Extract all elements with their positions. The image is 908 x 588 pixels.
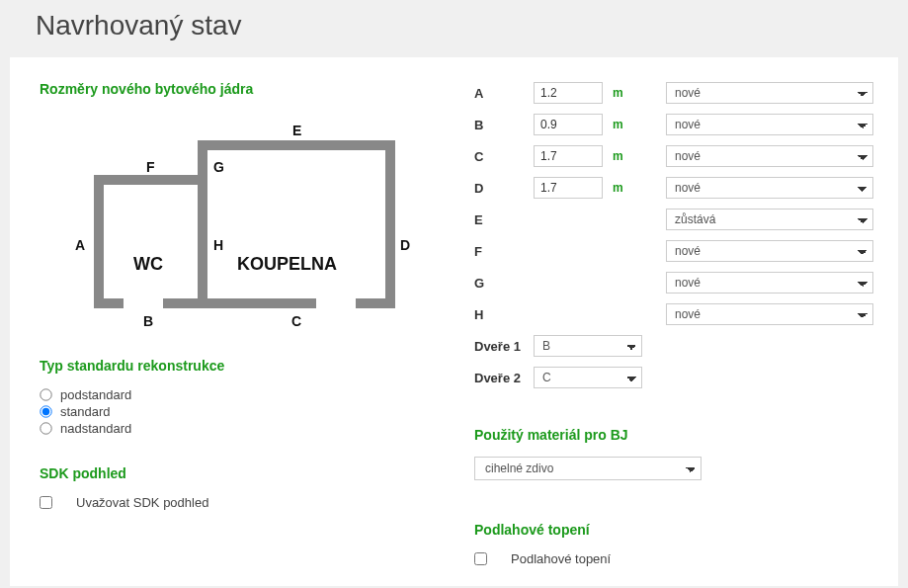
- wall-gh: [198, 140, 207, 308]
- radio-podstandard-label: podstandard: [60, 387, 131, 402]
- door2-label: Dveře 2: [474, 371, 524, 385]
- door2-select[interactable]: C: [534, 367, 642, 388]
- wall-b-left: [94, 298, 124, 308]
- fp-label-f: F: [146, 159, 155, 175]
- door1-label: Dveře 1: [474, 339, 524, 354]
- floor-heating-label: Podlahové topení: [511, 551, 611, 566]
- dim-d-label: D: [474, 181, 524, 196]
- sdk-checkbox[interactable]: [40, 496, 52, 509]
- fp-room-wc: WC: [133, 254, 163, 275]
- dim-a-input[interactable]: [534, 82, 603, 104]
- radio-nadstandard[interactable]: nadstandard: [40, 421, 445, 436]
- floorplan: A B C D E F G H WC KOUPELNA: [40, 111, 395, 328]
- dim-d-input[interactable]: [534, 177, 603, 199]
- fp-label-h: H: [213, 237, 223, 253]
- sdk-check-row: Uvažovat SDK podhled: [40, 495, 445, 510]
- radio-standard-label: standard: [60, 404, 111, 419]
- wall-d: [385, 140, 395, 308]
- dim-c-status[interactable]: nové: [666, 145, 873, 167]
- wall-c-left: [198, 298, 316, 308]
- dim-a-unit: m: [613, 86, 626, 100]
- wall-f: [94, 175, 207, 185]
- standard-radio-group: podstandard standard nadstandard: [40, 387, 445, 436]
- material-select[interactable]: cihelné zdivo: [474, 457, 702, 480]
- fp-label-c: C: [291, 313, 301, 329]
- radio-podstandard-input[interactable]: [40, 388, 51, 400]
- dim-e-status[interactable]: zůstává: [666, 209, 873, 230]
- dim-g-status[interactable]: nové: [666, 272, 873, 294]
- dim-g-label: G: [474, 276, 524, 291]
- dim-h-label: H: [474, 307, 524, 322]
- dim-c-input[interactable]: [534, 145, 603, 167]
- standard-heading: Typ standardu rekonstrukce: [40, 358, 445, 374]
- wall-b-right: [163, 298, 207, 308]
- fp-label-b: B: [143, 313, 153, 329]
- wall-e: [198, 140, 395, 150]
- fp-label-a: A: [75, 237, 85, 253]
- main-panel: Rozměry nového bytového jádra: [10, 57, 898, 586]
- radio-standard[interactable]: standard: [40, 404, 445, 419]
- wall-c-right: [356, 298, 395, 308]
- dim-b-unit: m: [613, 118, 626, 131]
- sdk-heading: SDK podhled: [40, 465, 445, 481]
- dim-f-status[interactable]: nové: [666, 240, 873, 262]
- floor-heating-checkbox[interactable]: [474, 552, 487, 565]
- dim-b-input[interactable]: [534, 114, 603, 135]
- dim-d-status[interactable]: nové: [666, 177, 873, 199]
- fp-label-e: E: [292, 123, 301, 138]
- dim-h-status[interactable]: nové: [666, 303, 873, 325]
- dimensions-heading: Rozměry nového bytového jádra: [40, 81, 445, 97]
- dim-b-status[interactable]: nové: [666, 114, 873, 135]
- radio-nadstandard-label: nadstandard: [60, 421, 131, 436]
- page-title: Navrhovaný stav: [0, 0, 908, 57]
- fp-room-bath: KOUPELNA: [237, 254, 337, 275]
- fp-label-g: G: [213, 159, 224, 175]
- dim-d-unit: m: [613, 181, 626, 195]
- radio-nadstandard-input[interactable]: [40, 422, 51, 434]
- dim-a-label: A: [474, 86, 524, 101]
- fp-label-d: D: [400, 237, 410, 253]
- wall-a: [94, 175, 104, 308]
- floor-heating-row: Podlahové topení: [474, 551, 873, 566]
- radio-standard-input[interactable]: [40, 405, 51, 417]
- dim-b-label: B: [474, 118, 524, 132]
- dim-e-label: E: [474, 212, 524, 227]
- dim-a-status[interactable]: nové: [666, 82, 873, 104]
- floor-heating-heading: Podlahové topení: [474, 522, 873, 538]
- dim-f-label: F: [474, 244, 524, 259]
- dim-c-label: C: [474, 149, 524, 164]
- radio-podstandard[interactable]: podstandard: [40, 387, 445, 402]
- dim-c-unit: m: [613, 149, 626, 163]
- sdk-label: Uvažovat SDK podhled: [76, 495, 208, 510]
- material-heading: Použitý materiál pro BJ: [474, 427, 873, 443]
- door1-select[interactable]: B: [534, 335, 642, 357]
